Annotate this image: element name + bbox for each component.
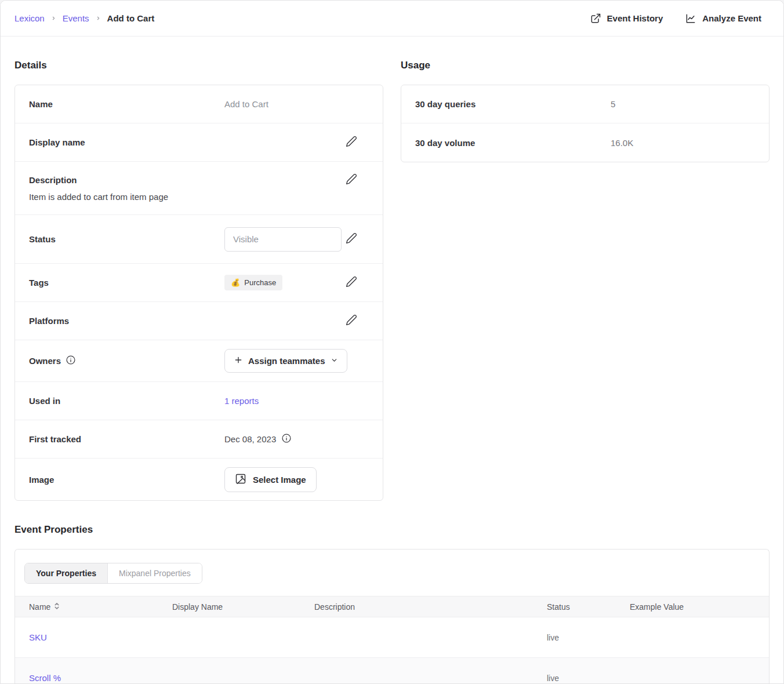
volume-label: 30 day volume <box>415 138 611 148</box>
volume-value: 16.0K <box>611 138 633 148</box>
event-history-button[interactable]: Event History <box>590 13 663 24</box>
usage-row-volume: 30 day volume 16.0K <box>401 123 769 162</box>
topbar: Lexicon Events Add to Cart Event History <box>1 1 783 37</box>
column-header-example-value: Example Value <box>630 602 769 612</box>
detail-row-tags: Tags 💰 Purchase <box>15 264 383 302</box>
details-heading: Details <box>14 60 383 71</box>
property-status: live <box>547 674 630 683</box>
assign-teammates-label: Assign teammates <box>248 356 325 366</box>
column-header-status: Status <box>547 602 630 612</box>
usage-row-queries: 30 day queries 5 <box>401 85 769 123</box>
column-header-description: Description <box>314 602 547 612</box>
edit-description-button[interactable] <box>346 173 357 187</box>
sort-arrows-icon <box>54 602 60 612</box>
tag-label: Purchase <box>244 278 276 287</box>
info-icon[interactable] <box>281 433 292 445</box>
analyze-event-button[interactable]: Analyze Event <box>685 13 761 24</box>
tab-mixpanel-properties[interactable]: Mixpanel Properties <box>108 563 202 583</box>
analyze-event-label: Analyze Event <box>702 13 761 23</box>
event-properties-section: Event Properties Your Properties Mixpane… <box>14 524 770 684</box>
chevron-down-icon <box>331 356 338 366</box>
pencil-icon <box>346 173 357 187</box>
pencil-icon <box>346 314 357 328</box>
topbar-actions: Event History Analyze Event <box>590 13 761 24</box>
detail-row-description: Description Item is added to cart from i… <box>15 162 383 215</box>
status-label: Status <box>29 234 224 244</box>
edit-status-button[interactable] <box>346 232 357 246</box>
tag-purchase: 💰 Purchase <box>224 275 282 290</box>
details-section: Details Name Add to Cart Display name <box>14 37 383 501</box>
status-input[interactable] <box>224 227 342 252</box>
detail-row-first-tracked: First tracked Dec 08, 2023 <box>15 420 383 459</box>
detail-row-image: Image Select Image <box>15 459 383 500</box>
pencil-icon <box>346 276 357 289</box>
table-row[interactable]: SKU live <box>15 617 769 658</box>
detail-row-display-name: Display name <box>15 123 383 162</box>
used-in-label: Used in <box>29 396 224 406</box>
detail-row-owners: Owners Assign teammates <box>15 340 383 382</box>
breadcrumb-events[interactable]: Events <box>63 13 89 23</box>
breadcrumb-current-event: Add to Cart <box>107 13 155 23</box>
edit-display-name-button[interactable] <box>346 136 357 149</box>
column-header-display-name: Display Name <box>172 602 314 612</box>
details-card: Name Add to Cart Display name <box>14 85 383 501</box>
chevron-right-icon <box>51 16 56 21</box>
table-row[interactable]: Scroll % live <box>15 658 769 684</box>
column-header-name[interactable]: Name <box>29 602 172 612</box>
platforms-label: Platforms <box>29 316 224 326</box>
tags-label: Tags <box>29 278 224 288</box>
queries-label: 30 day queries <box>415 99 611 109</box>
breadcrumb-lexicon[interactable]: Lexicon <box>14 13 45 23</box>
detail-row-status: Status <box>15 215 383 264</box>
property-status: live <box>547 633 630 642</box>
detail-row-used-in: Used in 1 reports <box>15 382 383 420</box>
breadcrumb: Lexicon Events Add to Cart <box>14 13 154 23</box>
description-value: Item is added to cart from item page <box>29 192 357 202</box>
assign-teammates-button[interactable]: Assign teammates <box>224 349 347 373</box>
owners-label: Owners <box>29 356 61 366</box>
tab-your-properties[interactable]: Your Properties <box>25 563 108 583</box>
event-properties-heading: Event Properties <box>14 524 770 536</box>
select-image-label: Select Image <box>253 475 306 485</box>
property-name-link[interactable]: SKU <box>29 632 172 642</box>
detail-row-platforms: Platforms <box>15 302 383 340</box>
first-tracked-value: Dec 08, 2023 <box>224 434 276 444</box>
edit-platforms-button[interactable] <box>346 314 357 328</box>
first-tracked-label: First tracked <box>29 434 224 444</box>
select-image-button[interactable]: Select Image <box>224 467 317 492</box>
usage-card: 30 day queries 5 30 day volume 16.0K <box>401 85 770 162</box>
name-label: Name <box>29 99 224 109</box>
used-in-reports-link[interactable]: 1 reports <box>224 396 259 406</box>
image-label: Image <box>29 475 224 485</box>
edit-tags-button[interactable] <box>346 276 357 289</box>
plus-icon <box>234 355 243 366</box>
queries-value: 5 <box>611 99 615 109</box>
money-bag-icon: 💰 <box>231 278 240 287</box>
event-history-label: Event History <box>607 13 663 23</box>
detail-row-name: Name Add to Cart <box>15 85 383 123</box>
usage-section: Usage 30 day queries 5 30 day volume 16.… <box>401 37 770 162</box>
pencil-icon <box>346 232 357 246</box>
property-name-link[interactable]: Scroll % <box>29 673 172 683</box>
image-icon <box>235 473 246 486</box>
properties-table: Name Display Name Description Status Exa… <box>15 596 769 684</box>
line-chart-icon <box>685 13 696 24</box>
lexicon-event-detail-page: Lexicon Events Add to Cart Event History <box>0 0 784 684</box>
chevron-right-icon <box>96 16 101 21</box>
info-icon[interactable] <box>66 355 76 367</box>
display-name-label: Display name <box>29 137 224 147</box>
event-properties-card: Your Properties Mixpanel Properties Name… <box>14 549 770 684</box>
external-link-icon <box>590 13 601 24</box>
name-value: Add to Cart <box>224 99 268 109</box>
properties-tab-group: Your Properties Mixpanel Properties <box>24 563 202 584</box>
page-content: Details Name Add to Cart Display name <box>1 37 783 684</box>
properties-table-header: Name Display Name Description Status Exa… <box>15 596 769 617</box>
pencil-icon <box>346 136 357 149</box>
usage-heading: Usage <box>401 60 770 71</box>
description-label: Description <box>29 175 224 185</box>
